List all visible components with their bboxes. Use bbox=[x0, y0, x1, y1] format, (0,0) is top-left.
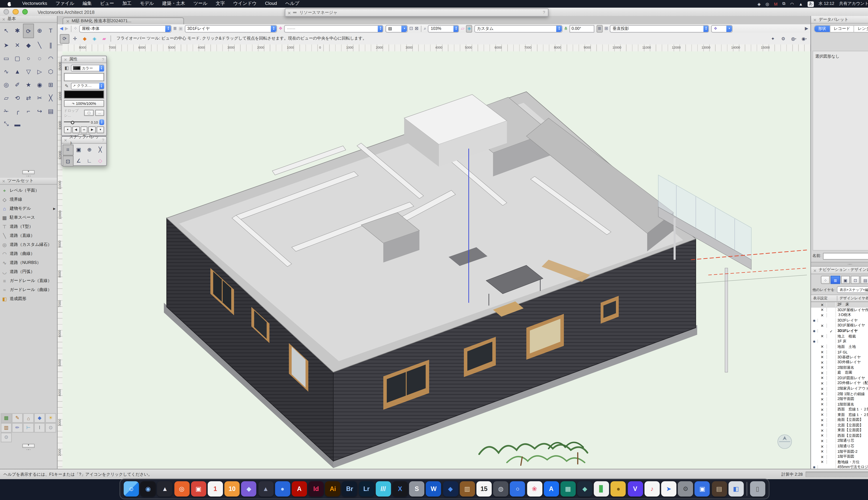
layer-invisible-mark[interactable]: ✕ bbox=[818, 455, 827, 459]
flyover-plane-mode-button[interactable]: ◈ bbox=[90, 34, 99, 43]
layer-name[interactable]: 3D1Fレイヤ bbox=[835, 329, 868, 333]
dock-launchpad[interactable]: ▲ bbox=[157, 481, 173, 497]
layer-visible-eye-icon[interactable]: ◉ bbox=[811, 465, 818, 469]
close-icon[interactable]: ✕ bbox=[813, 268, 816, 273]
layer-name[interactable]: 3D基礎レイヤ bbox=[835, 355, 868, 360]
layer-row[interactable]: ✕ 東面 窓線１・２階 22 bbox=[811, 412, 868, 417]
cat-site[interactable]: ▩ bbox=[1, 413, 12, 423]
help-icon[interactable]: ? bbox=[102, 138, 104, 142]
layer-row[interactable]: ✕ 敷地線・方位 31 bbox=[811, 459, 868, 465]
clip-tool[interactable]: ▱ bbox=[1, 91, 12, 104]
layer-row[interactable]: ✕ 1F GL 10 bbox=[811, 349, 868, 354]
layer-name[interactable]: 2D1F図面レイヤ bbox=[835, 376, 868, 380]
layer-name[interactable]: ３D樹木 bbox=[835, 313, 868, 318]
pan-tool[interactable]: ✱ bbox=[12, 24, 23, 37]
render-mode-dropdown[interactable]: ❖ ▼ bbox=[711, 25, 732, 32]
dock-yellow-app[interactable]: ● bbox=[611, 481, 626, 497]
layer-name[interactable]: 1階通り芯 bbox=[835, 444, 868, 448]
flyover-object-mode-button[interactable]: ✛ bbox=[71, 34, 79, 43]
snap-distance[interactable]: ⊡ bbox=[62, 156, 73, 167]
double-line-tool[interactable]: ∥ bbox=[45, 38, 56, 52]
dock-navy2-app[interactable]: ◆ bbox=[577, 481, 593, 497]
fit-page-icon[interactable]: ⊡ bbox=[409, 26, 413, 31]
layer-row[interactable]: ✕ 3D外構レイヤ 12 bbox=[811, 360, 868, 365]
layer-name[interactable]: 2階 1階との鎖線 bbox=[835, 391, 868, 396]
toolset-building-model[interactable]: ⌂ 建物モデル ▶ bbox=[0, 204, 57, 213]
layer-invisible-mark[interactable]: ✕ bbox=[818, 402, 827, 407]
zoom-tool[interactable]: ⊕ bbox=[34, 24, 45, 37]
layer-invisible-mark[interactable]: ✕ bbox=[818, 444, 827, 448]
fillet-tool[interactable]: ╭ bbox=[12, 104, 23, 117]
snap-intersection[interactable]: ╳ bbox=[95, 145, 105, 154]
toolset-road-t[interactable]: ⊤ 道路（T型） bbox=[0, 222, 57, 231]
layer-name[interactable]: 東面【立面図】 bbox=[835, 428, 868, 433]
dock-purple-prism[interactable]: ◆ bbox=[241, 481, 256, 497]
reshape-tool[interactable]: ⊞ bbox=[45, 78, 56, 91]
collapse-icon[interactable] bbox=[293, 12, 297, 13]
layer-name[interactable]: 1階平面図-2 bbox=[835, 449, 868, 454]
layer-name[interactable]: 2D外構レイヤ（配置図用）… bbox=[835, 381, 868, 386]
minimize-window-button[interactable] bbox=[13, 9, 19, 15]
spiral-tool[interactable]: ◎ bbox=[1, 78, 12, 91]
drawing-canvas[interactable] bbox=[62, 52, 811, 469]
dock-ten-app[interactable]: 10 bbox=[225, 481, 240, 497]
layer-invisible-mark[interactable]: ✕ bbox=[818, 408, 827, 412]
layer-row[interactable]: ✕ 西面【立面図】 26 bbox=[811, 433, 868, 439]
layer-invisible-mark[interactable]: ✕ bbox=[818, 360, 827, 364]
dock-blue-box[interactable]: ▣ bbox=[695, 481, 710, 497]
dock-drawer-app[interactable]: ▤ bbox=[711, 481, 727, 497]
dock-photos[interactable]: ❀ bbox=[527, 481, 542, 497]
layer-visible-eye-icon[interactable]: ◉ bbox=[811, 340, 818, 343]
wifi-icon[interactable]: ◠ bbox=[790, 1, 794, 6]
layer-name[interactable]: 1F GL bbox=[835, 350, 868, 354]
layer-name[interactable]: 南面【立面図】 bbox=[835, 418, 868, 422]
dock-acrobat[interactable]: A bbox=[292, 481, 307, 497]
ellipse-tool[interactable]: ◌ bbox=[34, 52, 45, 65]
cat-piping[interactable]: ⊢ bbox=[23, 423, 34, 433]
layer-name[interactable]: 西面 窓線１・２階 bbox=[835, 407, 868, 412]
layer-row[interactable]: ✕ 2F 床 1 bbox=[811, 302, 868, 307]
saved-views-dropdown[interactable]: ------ ▲▼ bbox=[284, 25, 384, 32]
dock-blue-globe[interactable]: ● bbox=[275, 481, 290, 497]
layer-invisible-mark[interactable]: ✕ bbox=[818, 371, 827, 375]
dock-compass-app[interactable]: ◎ bbox=[174, 481, 190, 497]
attributes-palette-header[interactable]: ✕ 属性 ? bbox=[62, 56, 106, 63]
layer-invisible-mark[interactable]: ✕ bbox=[818, 392, 827, 396]
layer-row[interactable]: ✕ 東面【立面図】 25 bbox=[811, 428, 868, 433]
layer-row[interactable]: ✕ 3D1F屋根レイヤ 5 bbox=[811, 323, 868, 328]
eject-icon[interactable]: ▲ bbox=[799, 2, 803, 6]
resize-tool[interactable]: ⤡ bbox=[1, 117, 12, 130]
mirror-tool[interactable]: ⇄ bbox=[23, 91, 34, 104]
active-class-dropdown[interactable]: 屋根-本体 ▲▼ bbox=[79, 25, 171, 32]
dock-chart-app[interactable]: ▊ bbox=[594, 481, 609, 497]
dock-navy-app[interactable]: ◆ bbox=[443, 481, 458, 497]
toolset-level-plane[interactable]: ⌖ レベル（平面） bbox=[0, 186, 57, 195]
page-dropdown[interactable]: ▤ ▼ bbox=[385, 25, 408, 32]
rotation-angle-field[interactable]: 0.00° bbox=[569, 25, 594, 32]
polyline-tool[interactable]: ▽ bbox=[23, 65, 34, 78]
dock-blue-circle-app[interactable]: ○ bbox=[510, 481, 525, 497]
layer-name[interactable]: 敷地線・方位 bbox=[835, 459, 868, 464]
menu-item[interactable]: ヘルプ bbox=[281, 1, 304, 7]
dock-maps[interactable]: ➤ bbox=[661, 481, 676, 497]
snap-angle[interactable]: ⊕ bbox=[84, 145, 95, 154]
trim-tool[interactable]: ✕ bbox=[12, 38, 23, 52]
dropshadow-more-button[interactable]: ... bbox=[95, 110, 104, 116]
dock-illustrator[interactable]: Ai bbox=[325, 481, 340, 497]
menu-item[interactable]: ビュー bbox=[96, 1, 118, 7]
select-similar-tool[interactable]: ◉ bbox=[34, 78, 45, 91]
eyedropper-tool[interactable]: ✐ bbox=[12, 78, 23, 91]
layer-invisible-mark[interactable]: ✕ bbox=[818, 413, 827, 417]
layer-row[interactable]: ✕ 2階家具レイアウト 17 bbox=[811, 386, 868, 391]
layer-invisible-mark[interactable]: ✕ bbox=[818, 449, 827, 454]
zoom-level-dropdown[interactable]: 103% ▲▼ bbox=[428, 25, 459, 32]
dock-siri[interactable]: ◉ bbox=[140, 481, 156, 497]
nav-viewports-button[interactable]: ⊡ bbox=[850, 276, 860, 284]
layer-invisible-mark[interactable]: ✕ bbox=[818, 334, 827, 338]
attr-next-button[interactable]: ▶ bbox=[89, 126, 96, 133]
layer-row[interactable]: ✕ 西面 窓線１・２階 21 bbox=[811, 407, 868, 412]
layer-row[interactable]: ◉ ✓ 3D1Fレイヤ 6 bbox=[811, 328, 868, 333]
menu-item[interactable]: ファイル bbox=[52, 1, 79, 7]
magic-wand-tool[interactable]: ★ bbox=[23, 78, 34, 91]
toolset-road-straight[interactable]: ╲ 道路（直線） bbox=[0, 231, 57, 240]
